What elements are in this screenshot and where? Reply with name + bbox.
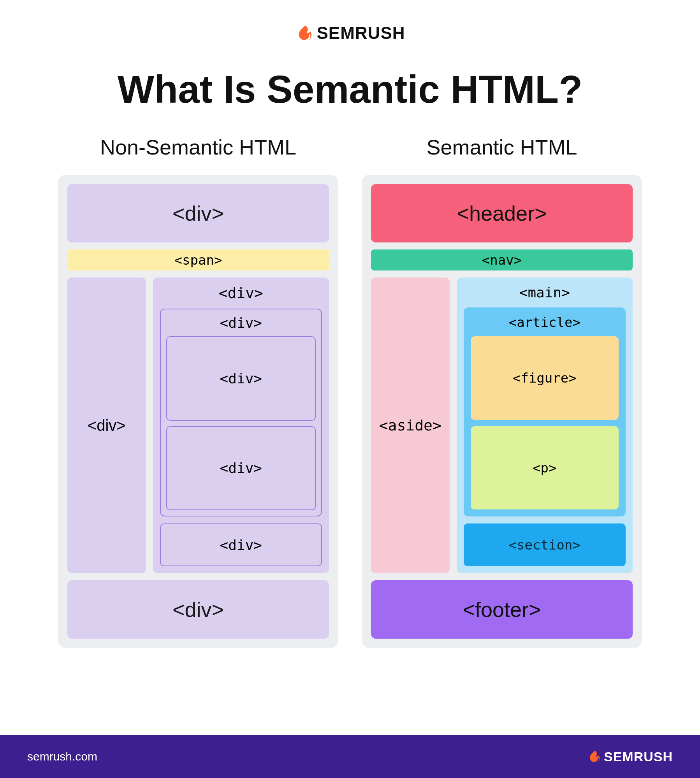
non-semantic-heading: Non-Semantic HTML [100, 135, 296, 159]
footer-url: semrush.com [27, 750, 97, 763]
semantic-heading: Semantic HTML [426, 135, 577, 159]
footer-brand: SEMRUSH [587, 749, 673, 764]
s-main-box: <main> <article> <figure> <p> <section> [457, 277, 633, 573]
ns-footer-box: <div> [67, 580, 329, 639]
brand-header: SEMRUSH [0, 0, 700, 55]
s-nav-box: <nav> [371, 249, 633, 270]
s-body-row: <aside> <main> <article> <figure> <p> <s… [371, 277, 633, 573]
comparison-columns: Non-Semantic HTML <div> <span> <div> <di… [0, 135, 700, 712]
page-title: What Is Semantic HTML? [0, 55, 700, 135]
ns-header-box: <div> [67, 184, 329, 242]
ns-section-box: <div> [160, 523, 322, 566]
semantic-column: Semantic HTML <header> <nav> <aside> <ma… [362, 135, 642, 712]
brand-name: SEMRUSH [317, 23, 405, 43]
ns-body-row: <div> <div> <div> <div> <div> <div> [67, 277, 329, 573]
s-aside-box: <aside> [371, 277, 450, 573]
ns-article-box: <div> <div> <div> [160, 309, 322, 516]
s-p-box: <p> [471, 426, 619, 510]
footer-brand-name: SEMRUSH [604, 749, 673, 764]
ns-nav-box: <span> [67, 249, 329, 270]
ns-main-box: <div> <div> <div> <div> <div> [153, 277, 329, 573]
semrush-flame-icon [587, 750, 600, 763]
s-section-box: <section> [464, 523, 626, 566]
semrush-flame-icon [295, 25, 312, 42]
s-footer-box: <footer> [371, 580, 633, 639]
s-main-label: <main> [464, 285, 626, 300]
non-semantic-column: Non-Semantic HTML <div> <span> <div> <di… [58, 135, 338, 712]
ns-figure-box: <div> [166, 336, 316, 421]
s-header-box: <header> [371, 184, 633, 242]
s-article-label: <article> [471, 314, 619, 330]
ns-main-label: <div> [160, 285, 322, 302]
brand-footer-bar: semrush.com SEMRUSH [0, 735, 700, 778]
ns-aside-box: <div> [67, 277, 146, 573]
ns-p-box: <div> [166, 426, 316, 511]
semantic-frame: <header> <nav> <aside> <main> <article> … [362, 175, 642, 648]
non-semantic-frame: <div> <span> <div> <div> <div> <div> <di… [58, 175, 338, 648]
s-article-box: <article> <figure> <p> [464, 307, 626, 516]
ns-article-label: <div> [166, 315, 316, 331]
s-figure-box: <figure> [471, 336, 619, 420]
